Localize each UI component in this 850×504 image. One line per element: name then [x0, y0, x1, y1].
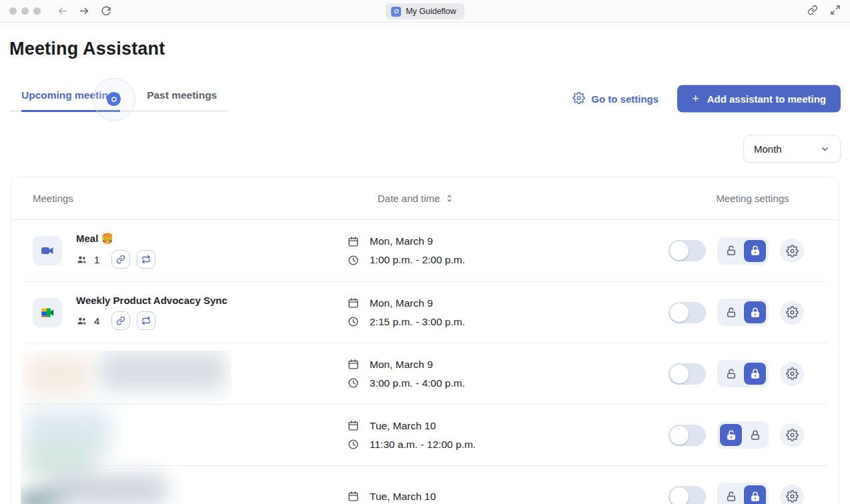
gear-icon: [572, 91, 585, 106]
browser-chrome: My Guideflow: [0, 0, 850, 23]
chevron-down-icon: [820, 144, 830, 154]
meeting-settings-button[interactable]: [780, 301, 804, 325]
gear-icon: [786, 245, 799, 257]
column-header-meetings: Meetings: [33, 193, 348, 204]
recurring-meeting-button[interactable]: [137, 311, 155, 330]
forward-icon[interactable]: [79, 5, 90, 17]
calendar-icon: [348, 420, 359, 431]
google-meet-icon: [33, 298, 62, 327]
gear-icon: [786, 490, 799, 503]
recurring-meeting-button[interactable]: [137, 250, 155, 269]
add-assistant-label: Add assistant to meeting: [707, 93, 826, 105]
browser-tab-title: My Guideflow: [406, 7, 456, 16]
window-minimize-dot[interactable]: [21, 7, 29, 15]
browser-tab[interactable]: My Guideflow: [386, 3, 464, 19]
period-dropdown-value: Month: [754, 143, 782, 155]
reload-icon[interactable]: [101, 6, 111, 17]
unlock-button[interactable]: [720, 485, 742, 504]
table-row: Meal 🍔 1: [22, 220, 828, 281]
period-dropdown[interactable]: Month: [743, 135, 841, 163]
participant-count: 4: [94, 315, 99, 327]
gear-icon: [786, 306, 799, 319]
calendar-icon: [348, 359, 359, 370]
participant-count: 1: [94, 254, 99, 265]
column-header-date-time: Date and time: [378, 193, 440, 204]
guideflow-logo-icon: [391, 7, 401, 17]
meeting-date: Tue, March 10: [370, 491, 436, 503]
clock-icon: [348, 316, 359, 327]
window-close-dot[interactable]: [9, 7, 17, 15]
page-title: Meeting Assistant: [9, 39, 841, 59]
lock-button[interactable]: [744, 301, 766, 323]
window-zoom-dot[interactable]: [33, 7, 41, 15]
participants-icon: [76, 315, 87, 327]
tab-past-meetings[interactable]: Past meetings: [147, 89, 217, 112]
gear-icon: [786, 429, 799, 441]
meeting-time: 3:00 p.m. - 4:00 p.m.: [370, 377, 465, 389]
column-header-meeting-settings: Meeting settings: [581, 193, 817, 204]
lock-segment: [717, 299, 769, 326]
video-call-icon: [33, 236, 62, 265]
lock-segment: [717, 360, 769, 387]
back-icon[interactable]: [57, 5, 68, 17]
copy-link-button[interactable]: [111, 250, 130, 269]
meeting-date: Mon, March 9: [370, 235, 433, 247]
assistant-toggle[interactable]: [669, 240, 706, 261]
unlock-button[interactable]: [720, 301, 742, 323]
meeting-date: Mon, March 9: [370, 297, 433, 309]
meetings-table: Meetings Date and time Meeting settings …: [11, 177, 839, 504]
calendar-icon: [348, 491, 359, 502]
assistant-toggle[interactable]: [669, 302, 706, 323]
clock-icon: [348, 439, 359, 450]
sort-icon[interactable]: [445, 194, 454, 203]
table-row: Tue, March 10: [22, 465, 828, 504]
clock-icon: [348, 377, 359, 389]
meeting-settings-button[interactable]: [780, 239, 804, 263]
assistant-toggle[interactable]: [669, 363, 706, 385]
meeting-settings-button[interactable]: [780, 485, 804, 504]
lock-button[interactable]: [744, 485, 766, 504]
share-link-icon[interactable]: [807, 5, 818, 18]
table-row: Tue, March 10 11:30 a.m. - 12:00 p.m.: [22, 404, 828, 465]
expand-icon[interactable]: [830, 5, 841, 18]
window-controls[interactable]: [9, 7, 41, 15]
meeting-settings-button[interactable]: [780, 423, 804, 447]
meeting-date: Mon, March 9: [370, 359, 433, 371]
meeting-time: 11:30 a.m. - 12:00 p.m.: [370, 439, 476, 451]
meeting-settings-button[interactable]: [780, 362, 804, 386]
lock-segment: [717, 483, 769, 504]
copy-link-button[interactable]: [111, 311, 130, 330]
participants-icon: [76, 254, 87, 265]
unlock-button[interactable]: [720, 424, 742, 446]
assistant-toggle[interactable]: [669, 425, 706, 446]
meeting-date: Tue, March 10: [370, 420, 436, 432]
table-header: Meetings Date and time Meeting settings: [11, 177, 839, 220]
lock-segment: [717, 421, 769, 449]
meeting-time: 2:15 p.m. - 3:00 p.m.: [370, 316, 465, 328]
calendar-icon: [348, 236, 359, 247]
table-row: Weekly Product Advocacy Sync 4: [22, 281, 828, 343]
table-row: Mon, March 9 3:00 p.m. - 4:00 p.m.: [22, 343, 828, 404]
gear-icon: [786, 367, 799, 380]
assistant-toggle[interactable]: [669, 486, 706, 504]
go-to-settings-link[interactable]: Go to settings: [572, 91, 659, 106]
lock-button[interactable]: [744, 363, 766, 385]
plus-icon: +: [692, 92, 699, 106]
unlock-button[interactable]: [720, 240, 742, 262]
unlock-button[interactable]: [720, 363, 742, 385]
calendar-icon: [348, 297, 359, 309]
lock-button[interactable]: [744, 424, 766, 446]
lock-button[interactable]: [744, 240, 766, 262]
clock-icon: [348, 255, 359, 266]
cursor-pointer-icon: [107, 92, 121, 106]
go-to-settings-label: Go to settings: [591, 93, 659, 105]
meeting-title: Weekly Product Advocacy Sync: [76, 295, 228, 306]
add-assistant-button[interactable]: + Add assistant to meeting: [677, 85, 841, 113]
meeting-title: Meal 🍔: [76, 233, 155, 245]
lock-segment: [717, 237, 769, 265]
meeting-time: 1:00 p.m. - 2:00 p.m.: [370, 254, 465, 266]
